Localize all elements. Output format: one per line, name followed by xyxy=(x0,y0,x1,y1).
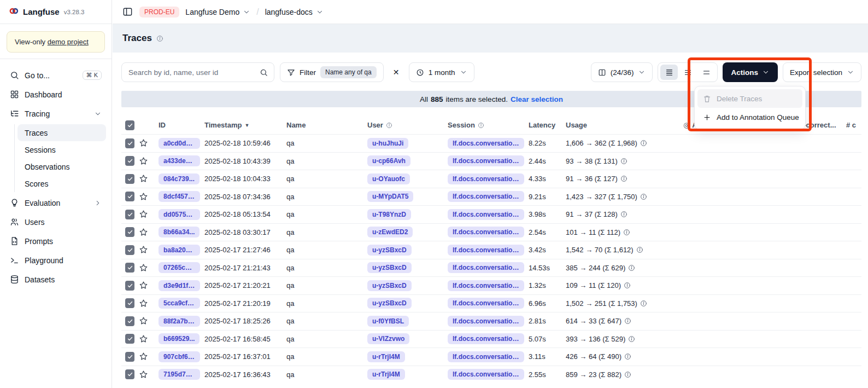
sidebar-subitem-sessions[interactable]: Sessions xyxy=(17,141,106,158)
user-badge[interactable]: u-huJhuJi xyxy=(367,138,408,149)
trace-id-badge[interactable]: 5cca9cf2... xyxy=(159,298,200,309)
trace-id-badge[interactable]: 7195d78e... xyxy=(159,369,200,380)
trace-id-badge[interactable]: 084c739... xyxy=(159,173,200,184)
menu-item-add-to-annotation-queue[interactable]: Add to Annotation Queue xyxy=(697,108,802,126)
info-icon[interactable] xyxy=(636,246,643,253)
star-icon[interactable] xyxy=(139,299,148,308)
row-checkbox[interactable] xyxy=(125,263,134,273)
sidebar-item-dashboard[interactable]: Dashboard xyxy=(5,85,106,104)
sidebar-item-playground[interactable]: Playground xyxy=(5,251,106,270)
menu-item-delete-traces[interactable]: Delete Traces xyxy=(697,89,802,108)
table-row[interactable]: 8b66a34... 2025-02-18 03:30:17 qa u-zEwd… xyxy=(121,223,861,241)
sidebar-item-goto[interactable]: Go to... ⌘ K xyxy=(5,66,106,85)
org-selector[interactable]: Langfuse Demo xyxy=(185,8,250,16)
info-icon[interactable] xyxy=(156,35,163,42)
header-latency[interactable]: Latency xyxy=(529,121,566,129)
star-icon[interactable] xyxy=(139,157,148,166)
row-checkbox[interactable] xyxy=(125,174,134,184)
sidebar-subitem-observations[interactable]: Observations xyxy=(17,158,106,175)
info-icon[interactable] xyxy=(624,353,631,360)
header-id[interactable]: ID xyxy=(159,121,204,129)
session-badge[interactable]: lf.docs.conversation... xyxy=(448,173,524,184)
row-checkbox[interactable] xyxy=(125,352,134,362)
info-icon[interactable] xyxy=(623,229,630,236)
sidebar-toggle-button[interactable] xyxy=(121,6,133,18)
session-badge[interactable]: lf.docs.conversation... xyxy=(448,262,524,273)
trace-id-badge[interactable]: 8dcf4574... xyxy=(159,191,200,202)
table-row[interactable]: 8dcf4574... 2025-02-18 07:34:36 qa u-MYp… xyxy=(121,188,861,206)
table-row[interactable]: a0cd0d9... 2025-02-18 10:59:46 qa u-huJh… xyxy=(121,134,861,152)
row-checkbox[interactable] xyxy=(125,369,134,379)
row-checkbox[interactable] xyxy=(125,316,134,326)
user-badge[interactable]: u-rTrjI4M xyxy=(367,351,405,362)
session-badge[interactable]: lf.docs.conversation... xyxy=(448,298,524,309)
table-row[interactable]: d3e9d1f2... 2025-02-17 21:20:21 qa u-yzS… xyxy=(121,276,861,294)
table-row[interactable]: 7195d78e... 2025-02-17 16:36:43 qa u-rTr… xyxy=(121,366,861,384)
info-icon[interactable] xyxy=(628,264,635,271)
header-name[interactable]: Name xyxy=(286,121,367,129)
star-icon[interactable] xyxy=(139,370,148,379)
star-icon[interactable] xyxy=(139,263,148,273)
row-checkbox[interactable] xyxy=(125,245,134,255)
user-badge[interactable]: u-rTrjI4M xyxy=(367,369,405,380)
info-icon[interactable] xyxy=(640,300,647,307)
row-checkbox[interactable] xyxy=(125,210,134,219)
sidebar-item-prompts[interactable]: Prompts xyxy=(5,231,106,251)
sidebar-item-users[interactable]: Users xyxy=(5,212,106,231)
user-badge[interactable]: u-yzSBxcD xyxy=(367,298,412,309)
user-badge[interactable]: u-OYauofc xyxy=(367,173,410,184)
session-badge[interactable]: lf.docs.conversation... xyxy=(448,369,524,380)
info-icon[interactable] xyxy=(640,140,647,147)
star-icon[interactable] xyxy=(139,192,148,201)
star-icon[interactable] xyxy=(139,174,148,183)
star-icon[interactable] xyxy=(139,138,148,148)
row-checkbox[interactable] xyxy=(125,192,134,201)
export-selection-button[interactable]: Export selection xyxy=(783,62,861,82)
star-icon[interactable] xyxy=(139,281,148,290)
info-icon[interactable] xyxy=(640,193,647,200)
actions-button[interactable]: Actions xyxy=(723,62,778,82)
session-badge[interactable]: lf.docs.conversation... xyxy=(448,227,524,238)
trace-id-badge[interactable]: 907cbf6e... xyxy=(159,351,200,362)
search-icon[interactable] xyxy=(260,68,268,77)
table-row[interactable]: 88f2a7b0... 2025-02-17 18:25:26 qa u-f0Y… xyxy=(121,312,861,330)
session-badge[interactable]: lf.docs.conversation... xyxy=(448,280,524,291)
trace-id-badge[interactable]: a433de51... xyxy=(159,155,200,166)
header-timestamp[interactable]: Timestamp▼ xyxy=(204,121,286,129)
user-badge[interactable]: u-yzSBxcD xyxy=(367,262,412,273)
row-height-medium-button[interactable] xyxy=(679,65,696,80)
info-icon[interactable] xyxy=(624,371,631,378)
table-row[interactable]: ba8a208f... 2025-02-17 21:27:46 qa u-yzS… xyxy=(121,241,861,259)
user-badge[interactable]: u-cp66Avh xyxy=(367,155,410,166)
info-icon[interactable] xyxy=(624,317,631,325)
row-height-large-button[interactable] xyxy=(697,65,715,80)
row-checkbox[interactable] xyxy=(125,298,134,308)
info-icon[interactable] xyxy=(620,211,627,218)
trace-id-badge[interactable]: d3e9d1f2... xyxy=(159,280,200,291)
trace-id-badge[interactable]: 07265c7a... xyxy=(159,262,200,273)
sidebar-subitem-scores[interactable]: Scores xyxy=(17,175,106,192)
header-truncated-score[interactable]: # c xyxy=(846,121,861,129)
star-icon[interactable] xyxy=(139,334,148,344)
star-icon[interactable] xyxy=(139,228,148,237)
session-badge[interactable]: lf.docs.conversation... xyxy=(448,245,524,256)
user-badge[interactable]: u-zEwdED2 xyxy=(367,227,413,238)
columns-button[interactable]: (24/36) xyxy=(591,62,653,82)
trace-id-badge[interactable]: dd05753... xyxy=(159,209,200,220)
row-checkbox[interactable] xyxy=(125,138,134,148)
session-badge[interactable]: lf.docs.conversation... xyxy=(448,333,524,344)
search-input[interactable] xyxy=(128,68,255,77)
session-badge[interactable]: lf.docs.conversation... xyxy=(448,138,524,149)
row-checkbox[interactable] xyxy=(125,156,134,166)
table-row[interactable]: 07265c7a... 2025-02-17 21:21:43 qa u-yzS… xyxy=(121,259,861,277)
time-range-button[interactable]: 1 month xyxy=(409,62,474,82)
user-badge[interactable]: u-f0YfBSL xyxy=(367,316,409,327)
info-icon[interactable] xyxy=(624,282,631,289)
demo-project-link[interactable]: demo project xyxy=(48,38,89,46)
trace-id-badge[interactable]: 88f2a7b0... xyxy=(159,316,200,327)
trace-id-badge[interactable]: a0cd0d9... xyxy=(159,138,200,149)
trace-id-badge[interactable]: ba8a208f... xyxy=(159,245,200,256)
session-badge[interactable]: lf.docs.conversation... xyxy=(448,155,524,166)
project-selector[interactable]: langfuse-docs xyxy=(265,8,324,16)
star-icon[interactable] xyxy=(139,316,148,326)
